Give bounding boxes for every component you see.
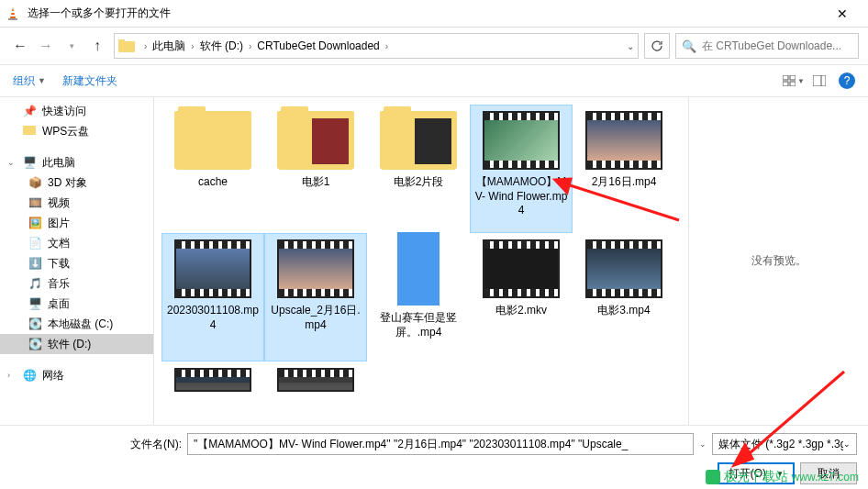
- file-label: 登山赛车但是竖屏。.mp4: [372, 311, 465, 339]
- titlebar: 选择一个或多个要打开的文件 ✕: [0, 0, 868, 28]
- sidebar-item-label: 网络: [42, 368, 64, 383]
- sidebar-item-label: 文档: [48, 236, 70, 251]
- video-thumb: [483, 111, 560, 170]
- file-item-folder[interactable]: 电影1: [264, 105, 367, 233]
- sidebar-downloads[interactable]: ⬇️下载: [0, 253, 153, 273]
- file-label: 电影2.mkv: [495, 304, 547, 318]
- forward-button[interactable]: →: [35, 35, 57, 57]
- filename-dropdown[interactable]: ⌄: [699, 439, 707, 449]
- file-label: 电影1: [302, 175, 330, 190]
- sidebar-pictures[interactable]: 🖼️图片: [0, 213, 153, 233]
- cloud-icon: [22, 124, 37, 139]
- file-grid[interactable]: cache 电影1 电影2片段 【MAMAMOO】MV- Wind Flower…: [154, 97, 688, 425]
- breadcrumb-segment[interactable]: CRTubeGet Downloaded: [257, 39, 379, 52]
- sidebar-drive-d[interactable]: 💽软件 (D:): [0, 334, 153, 354]
- chevron-down-icon: ⌄: [843, 439, 851, 449]
- thumbnails-icon: [783, 75, 796, 86]
- breadcrumb-dropdown[interactable]: ⌄: [618, 41, 634, 51]
- svg-rect-10: [813, 75, 826, 86]
- file-item-video[interactable]: [161, 361, 264, 398]
- sidebar-network[interactable]: ›🌐网络: [0, 365, 153, 385]
- star-icon: 📌: [22, 104, 37, 118]
- sidebar-item-label: 软件 (D:): [48, 337, 91, 352]
- filetype-select[interactable]: 媒体文件 (*.3g2 *.3gp *.3gp2 ⌄: [712, 433, 857, 455]
- breadcrumb[interactable]: › 此电脑 › 软件 (D:) › CRTubeGet Downloaded ›…: [114, 33, 639, 59]
- vlc-icon: [6, 6, 20, 21]
- folder-thumb: [277, 111, 354, 170]
- window-title: 选择一个或多个要打开的文件: [28, 6, 822, 21]
- close-button[interactable]: ✕: [822, 1, 862, 27]
- chevron-right-icon: ›: [139, 41, 152, 51]
- file-item-folder[interactable]: 电影2片段: [367, 105, 470, 233]
- newfolder-label: 新建文件夹: [62, 73, 117, 89]
- filename-input-wrap[interactable]: [187, 433, 694, 455]
- video-thumb: [277, 239, 354, 298]
- view-mode-button[interactable]: ▼: [782, 71, 806, 91]
- desktop-icon: 🖥️: [28, 296, 42, 311]
- file-item-video[interactable]: Upscale_2月16日.mp4: [264, 233, 367, 361]
- file-item-video[interactable]: 电影3.mp4: [573, 233, 675, 361]
- svg-rect-2: [11, 15, 16, 17]
- sidebar-item-label: 快速访问: [42, 104, 86, 119]
- file-item-video[interactable]: 电影2.mkv: [470, 233, 573, 361]
- toolbar: 组织▼ 新建文件夹 ▼ ?: [0, 64, 868, 97]
- sidebar-drive-c[interactable]: 💽本地磁盘 (C:): [0, 314, 153, 334]
- search-icon: 🔍: [682, 39, 696, 53]
- folder-icon: [118, 39, 135, 52]
- chevron-down-icon: ▼: [38, 76, 46, 85]
- svg-rect-7: [790, 75, 796, 80]
- file-item-video[interactable]: [264, 361, 367, 398]
- search-box[interactable]: 🔍: [675, 33, 859, 59]
- folder-thumb: [380, 111, 457, 170]
- file-item-video[interactable]: 登山赛车但是竖屏。.mp4: [367, 233, 470, 361]
- help-button[interactable]: ?: [839, 72, 855, 89]
- sidebar-item-label: 视频: [48, 195, 70, 211]
- preview-pane-button[interactable]: [807, 71, 831, 91]
- sidebar-3d-objects[interactable]: 📦3D 对象: [0, 172, 153, 193]
- breadcrumb-segment[interactable]: 软件 (D:): [200, 39, 243, 54]
- file-label: 【MAMAMOO】MV- Wind Flower.mp4: [474, 175, 568, 218]
- file-label: 电影2片段: [394, 175, 444, 190]
- video-thumb: [174, 239, 251, 298]
- video-thumb: [585, 111, 662, 170]
- breadcrumb-segment[interactable]: 此电脑: [152, 39, 185, 54]
- filename-input[interactable]: [194, 434, 687, 454]
- file-item-video[interactable]: 【MAMAMOO】MV- Wind Flower.mp4: [470, 105, 573, 233]
- sidebar-this-pc[interactable]: ⌄🖥️此电脑: [0, 152, 153, 172]
- preview-icon: [813, 75, 826, 86]
- sidebar-quick-access[interactable]: 📌快速访问: [0, 101, 153, 121]
- file-item-folder[interactable]: cache: [161, 105, 264, 233]
- sidebar-music[interactable]: 🎵音乐: [0, 273, 153, 294]
- preview-text: 没有预览。: [751, 253, 807, 269]
- organize-menu[interactable]: 组织▼: [13, 73, 46, 89]
- refresh-button[interactable]: [644, 33, 670, 59]
- recent-dropdown[interactable]: ▾: [61, 35, 83, 57]
- sidebar-item-label: 此电脑: [42, 155, 75, 171]
- drive-icon: 💽: [28, 317, 42, 331]
- sidebar-item-label: 3D 对象: [48, 175, 87, 191]
- chevron-right-icon: ›: [7, 371, 17, 380]
- sidebar-documents[interactable]: 📄文档: [0, 233, 153, 253]
- cube-icon: 📦: [28, 175, 42, 190]
- video-thumb: [483, 239, 560, 298]
- refresh-icon: [651, 39, 663, 52]
- search-input[interactable]: [702, 39, 852, 52]
- up-button[interactable]: ↑: [86, 35, 108, 57]
- sidebar-wps[interactable]: WPS云盘: [0, 121, 153, 141]
- video-icon: 🎞️: [28, 195, 42, 210]
- sidebar-videos[interactable]: 🎞️视频: [0, 193, 153, 213]
- file-item-video[interactable]: 202303011108.mp4: [161, 233, 264, 361]
- file-item-video[interactable]: 2月16日.mp4: [573, 105, 675, 233]
- svg-rect-1: [11, 11, 15, 13]
- file-label: 2月16日.mp4: [592, 175, 657, 190]
- newfolder-button[interactable]: 新建文件夹: [62, 73, 117, 89]
- back-button[interactable]: ←: [9, 35, 31, 57]
- sidebar: 📌快速访问 WPS云盘 ⌄🖥️此电脑 📦3D 对象 🎞️视频 🖼️图片 📄文档 …: [0, 97, 154, 425]
- sidebar-desktop[interactable]: 🖥️桌面: [0, 294, 153, 314]
- file-label: cache: [198, 175, 228, 190]
- pc-icon: 🖥️: [22, 155, 37, 170]
- watermark-name: 极光下载站: [724, 469, 788, 485]
- chevron-right-icon: ›: [185, 41, 199, 51]
- file-label: 202303011108.mp4: [166, 304, 260, 332]
- svg-rect-12: [23, 126, 36, 135]
